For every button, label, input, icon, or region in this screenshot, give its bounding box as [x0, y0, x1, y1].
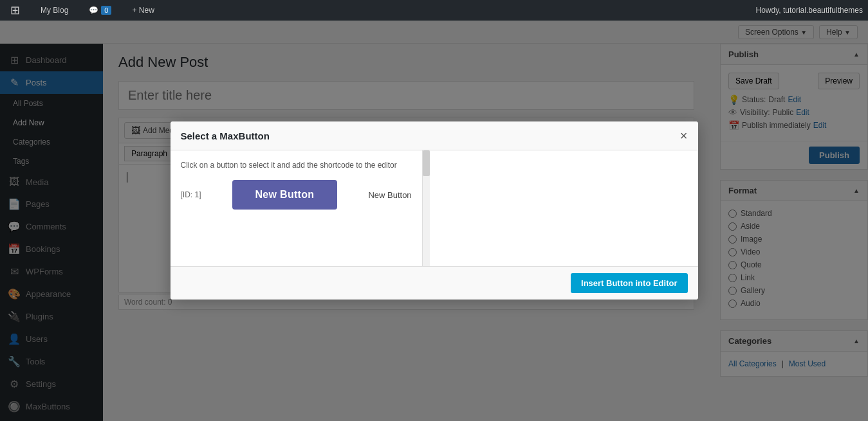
wp-logo-icon: ⊞ [10, 3, 20, 17]
modal-body: Click on a button to select it and add t… [171, 150, 422, 266]
new-label: + New [132, 6, 154, 15]
modal-overlay[interactable]: Select a MaxButton × Click on a button t… [0, 0, 868, 421]
wp-logo-link[interactable]: ⊞ [5, 0, 25, 21]
button-name-label: New Button [368, 190, 411, 200]
comment-count: 0 [101, 6, 111, 15]
maxbutton-modal: Select a MaxButton × Click on a button t… [171, 121, 698, 300]
admin-bar: ⊞ My Blog 💬 0 + New Howdy, tutorial.beau… [0, 0, 868, 21]
howdy-text: Howdy, tutorial.beautifulthemes [755, 6, 863, 15]
comments-link[interactable]: 💬 0 [84, 0, 116, 21]
modal-instruction: Click on a button to select it and add t… [181, 161, 412, 170]
modal-content-area: Click on a button to select it and add t… [181, 161, 412, 256]
modal-header: Select a MaxButton × [171, 121, 698, 150]
modal-footer: Insert Button into Editor [171, 266, 698, 300]
maxbutton-preview-button[interactable]: New Button [232, 180, 338, 210]
modal-title: Select a MaxButton [181, 130, 270, 141]
modal-scrollbar-thumb [423, 150, 430, 176]
site-name-link[interactable]: My Blog [35, 0, 73, 21]
button-id-label: [ID: 1] [181, 190, 201, 199]
modal-scrollbar[interactable] [422, 150, 430, 266]
button-grid: [ID: 1] New Button New Button [181, 180, 412, 210]
modal-close-button[interactable]: × [680, 129, 688, 142]
new-content-link[interactable]: + New [127, 0, 159, 21]
site-name-label: My Blog [41, 6, 68, 15]
insert-button[interactable]: Insert Button into Editor [571, 273, 687, 293]
comment-icon: 💬 [89, 6, 98, 15]
